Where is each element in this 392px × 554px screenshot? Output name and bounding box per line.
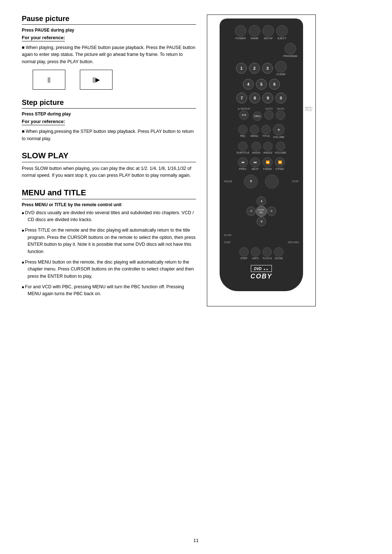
ffwd-btn-group: ⏩ F.FWD	[275, 157, 285, 171]
volume2-button[interactable]	[276, 142, 285, 151]
subtitle-button[interactable]	[238, 142, 248, 151]
step-for-reference: For your reference:	[22, 119, 65, 125]
goto-btn-group: GOTO	[264, 107, 274, 120]
slow-play-title: SLOW PLAY	[22, 151, 196, 162]
setup-btn-group: SETUP	[262, 25, 274, 40]
pause-btn-group: ⏸	[244, 175, 258, 188]
step-body-text: ■ When playing,pressing the STEP button …	[22, 128, 196, 142]
ab-button[interactable]: A-B	[239, 110, 249, 120]
angle-button[interactable]	[263, 142, 273, 151]
btn2-group: 2	[249, 63, 260, 74]
nav-left-button[interactable]: <	[246, 207, 256, 216]
stop-button[interactable]	[265, 175, 279, 188]
info-button[interactable]	[251, 247, 260, 257]
step-bottom-button[interactable]	[239, 247, 249, 257]
volume-btn-group: + VOLUME	[273, 124, 285, 139]
step-bottom-btn-group: STEP	[239, 247, 249, 260]
stop-btn-group-side	[265, 175, 279, 188]
prev-btn-group: ⏮ PREV	[238, 157, 248, 171]
step-picture-title: Step picture	[22, 98, 196, 109]
prev-button[interactable]: ⏮	[238, 157, 248, 167]
page-number: 11	[193, 538, 199, 543]
menu-bullet3: Press MENU button on the remote, the dis…	[22, 259, 196, 280]
pause-button[interactable]: ⏸	[244, 175, 258, 188]
title-btn-group: TITLE	[261, 125, 271, 138]
tvsys-btn-group: TV.SYS	[262, 247, 272, 260]
step-picture-section: Step picture Press STEP during play For …	[22, 98, 196, 142]
button-7[interactable]: 7	[236, 93, 247, 103]
step-side-label: STEP	[224, 241, 230, 244]
btn6-group: 6	[269, 79, 280, 90]
button-5[interactable]: 5	[256, 79, 267, 90]
mute-button[interactable]	[276, 110, 285, 120]
volume-button[interactable]: +	[273, 124, 285, 135]
nav-down-button[interactable]: ∨	[257, 217, 266, 226]
stop-side-label: STOP	[292, 180, 299, 183]
button-9[interactable]: 9	[262, 93, 273, 103]
pause-for-reference: For your reference:	[22, 35, 65, 41]
next-btn-group: ⏭ NEXT	[250, 157, 260, 171]
pause-side-label: PAUSE	[224, 180, 232, 183]
pause-press-label: Press PAUSE during play	[22, 28, 196, 33]
brand-logo-area: DVD ◄ ► COBY	[250, 265, 272, 280]
button-0[interactable]: 0	[275, 93, 286, 103]
pause-picture-title: Pause picture	[22, 15, 196, 25]
button-8[interactable]: 8	[249, 93, 260, 103]
ffwd-button[interactable]: ⏩	[275, 157, 285, 167]
repeat-btn-group: ◄ REPEAT A-B	[237, 107, 250, 120]
button-3[interactable]: 3	[262, 63, 273, 74]
button-2[interactable]: 2	[249, 63, 260, 74]
game-button[interactable]	[249, 25, 260, 37]
clear-button[interactable]	[275, 61, 287, 73]
program-btn-group: PROGRAM	[283, 43, 297, 58]
btn3-group: 3	[262, 63, 273, 74]
btn0-group: 0	[275, 93, 286, 103]
coby-logo: COBY	[250, 273, 272, 280]
fbwd-button[interactable]: ⏪	[262, 157, 273, 167]
nav-center-button[interactable]: PLAY/SEL	[256, 206, 267, 217]
btn8-group: 8	[249, 93, 260, 103]
pause-symbol-2: ||▶	[80, 70, 113, 90]
remote-row-top: POWER GAME SETUP EJECT	[224, 25, 299, 40]
mute-btn-group: MUTE	[276, 107, 285, 120]
goto-button[interactable]	[264, 110, 274, 120]
audio-button[interactable]	[252, 142, 261, 151]
pbc-btn-group: PBC	[238, 125, 248, 138]
button-1[interactable]: 1	[236, 63, 247, 74]
menu-bullet1: DVD discs usually are divided into sever…	[22, 209, 196, 224]
step-row: STEP RETURN	[224, 241, 299, 244]
number-row-2: 4 5 6	[224, 79, 299, 90]
pause-diagram: || ||▶	[33, 70, 196, 90]
1all-button[interactable]: 1/ALL	[253, 111, 262, 121]
power-button[interactable]	[235, 25, 246, 37]
zoom-button[interactable]	[274, 247, 283, 257]
nav-right-button[interactable]: >	[267, 207, 276, 216]
dvd-logo: DVD ◄ ►	[251, 265, 272, 272]
pause-picture-section: Pause picture Press PAUSE during play Fo…	[22, 15, 196, 90]
nav-area: ∧ ∨ < > PLAY/SEL	[224, 194, 299, 229]
pause-body-text: ■ When playing, pressing the PAUSE butto…	[22, 44, 196, 65]
button-4[interactable]: 4	[243, 79, 254, 90]
eject-button[interactable]	[276, 25, 288, 37]
pbc-button[interactable]	[238, 125, 248, 134]
setup-button[interactable]	[262, 25, 274, 37]
tvsys-button[interactable]	[262, 247, 272, 257]
pause-stop-row: PAUSE ⏸ STOP	[224, 175, 299, 188]
game-btn-group: GAME	[249, 25, 260, 40]
info-btn-group: INFO	[251, 247, 260, 260]
title-button[interactable]	[261, 125, 271, 134]
menu-button[interactable]	[250, 125, 259, 134]
remote-image-panel: POWER GAME SETUP EJECT	[207, 15, 316, 306]
next-button[interactable]: ⏭	[250, 157, 260, 167]
bottom-btn-row: STEP INFO TV.SYS ZOOM	[224, 247, 299, 260]
vol2-btn-group: VOLUME	[275, 142, 286, 154]
nav-up-button[interactable]: ∧	[257, 196, 266, 206]
repeat-1all-group: 1/ALL	[253, 106, 262, 121]
menu-bullet2: Press TITLE on the remote and the disc p…	[22, 227, 196, 255]
menu-title-side-label: MENUTITLE	[305, 106, 313, 111]
btn7-group: 7	[236, 93, 247, 103]
subtitle-row: SUBTITLE AUDIO ANGLE VOLUME	[224, 142, 299, 154]
button-6[interactable]: 6	[269, 79, 280, 90]
power-btn-group: POWER	[235, 25, 246, 40]
program-button[interactable]	[285, 43, 296, 54]
